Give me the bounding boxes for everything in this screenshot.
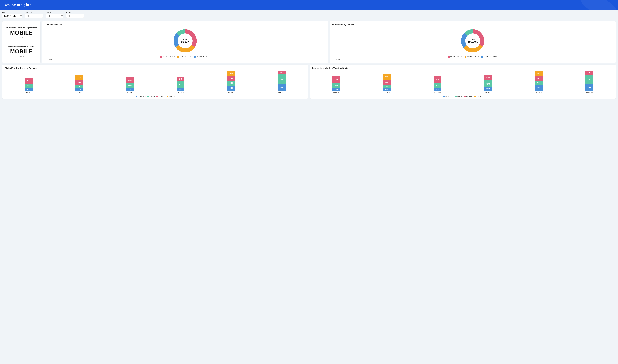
- cl-tablet-dot: [167, 96, 168, 97]
- cl-legend-desktop: DESKTOP: [136, 96, 146, 97]
- cl-device-dot: [147, 96, 149, 97]
- bar-segment-desktop: 1365: [177, 88, 184, 91]
- bar-month-label: Feb 2022: [586, 91, 593, 93]
- bar-segment-mobile: 4666: [585, 71, 593, 75]
- tablet-value: 17318: [186, 56, 191, 58]
- impressions-donut-card: Impression by Devices 31.5% Total 108.20…: [330, 21, 616, 63]
- bar-group: 340951902119Feb 2022: [258, 71, 306, 93]
- im-legend-tablet: TABLET: [474, 96, 482, 97]
- mobile-label: MOBILE: [163, 56, 169, 58]
- pages-filter-select[interactable]: All: [46, 14, 63, 18]
- bar-segment-device: 2633: [227, 81, 235, 86]
- cl-desktop-dot: [136, 96, 137, 97]
- impressions-donut-title: Impression by Devices: [332, 24, 613, 26]
- bar-month-label: Oct 2021: [384, 91, 390, 93]
- legend-mobile: MOBILE 18854: [160, 56, 175, 58]
- bar-month-label: Feb 2022: [278, 91, 285, 93]
- clicks-trend-title: Clicks Monthly Trend by Devices: [5, 67, 306, 69]
- stacked-bar: 279452696114: [332, 77, 340, 91]
- bar-segment-desktop: 2653: [227, 86, 235, 91]
- im-legend-desktop: DESKTOP: [443, 96, 453, 97]
- bar-segment-desktop: 2794: [332, 88, 340, 91]
- im-desktop-dot: [443, 96, 445, 97]
- bar-group: 125225013111Sep 2021: [5, 78, 53, 93]
- desktop-value: 11308: [205, 56, 210, 58]
- imp-tablet-value: 34101: [474, 56, 479, 58]
- bar-segment-mobile: 6810: [434, 76, 441, 83]
- im-tablet-dot: [474, 96, 476, 97]
- cl-legend-device: Device: [147, 96, 155, 97]
- im-legend-device: Device: [455, 96, 462, 97]
- clicks-donut-card: Clicks by Devices 31.5%: [42, 21, 328, 63]
- bar-segment-desktop: 3233: [484, 88, 492, 91]
- bar-group: 5422454646015921Jan 2022: [515, 71, 563, 93]
- legend-tablet: TABLET 17318: [177, 56, 192, 58]
- tablet-label: TABLET: [180, 56, 186, 58]
- siteurl-filter-select[interactable]: All: [25, 14, 43, 18]
- max-impressions-section: Device with Maximum Impressions MOBILE 3…: [5, 25, 38, 41]
- impressions-donut-legend: MOBILE 36143 TABLET 34101 DESKTOP 23839: [448, 56, 498, 58]
- siteurl-filter-group: Site URL: All: [25, 11, 43, 18]
- device-filter-select[interactable]: All: [66, 14, 84, 18]
- bar-month-label: Jan 2022: [535, 91, 542, 93]
- max-impressions-value: 36,143: [5, 37, 38, 39]
- bar-group: 2653263323933206Jan 2022: [207, 71, 255, 93]
- pages-filter-label: Pages:: [46, 11, 63, 13]
- bar-month-label: Oct 2021: [76, 91, 83, 93]
- app-title: Device Insights: [3, 3, 31, 7]
- device-filter-label: Device:: [66, 11, 84, 13]
- impressions-donut-container: 31.5% Total 108.20K MOBILE 36143: [332, 28, 613, 61]
- imp-tablet-label: TABLET: [467, 56, 473, 58]
- imp-desktop-label: DESKTOP: [484, 56, 492, 58]
- imp-legend-mobile: MOBILE 36143: [448, 56, 463, 58]
- impressions-donut-svg-wrap: 31.5% Total 108.20K: [460, 28, 486, 54]
- bar-segment-mobile: 3111: [25, 78, 33, 84]
- date-filter-group: Date: Last 6 Months Last 3 Months Last M…: [2, 11, 22, 18]
- bar-segment-tablet: 5371: [383, 74, 391, 80]
- im-legend-mobile: MOBILE: [464, 96, 472, 97]
- stacked-bar: 682187404666: [585, 71, 593, 91]
- im-mobile-dot: [464, 96, 466, 97]
- bar-month-label: Nov 2021: [434, 91, 441, 93]
- cl-legend-tablet: TABLET: [167, 96, 175, 97]
- max-impressions-device: MOBILE: [5, 30, 38, 36]
- bar-segment-tablet: 2678: [76, 75, 83, 80]
- impressions-trend-card: Impressions Monthly Trend by Devices 279…: [310, 65, 616, 99]
- bar-segment-desktop: 2805: [383, 88, 391, 91]
- cl-mobile-dot: [156, 96, 158, 97]
- date-filter-select[interactable]: Last 6 Months Last 3 Months Last Month L…: [2, 14, 22, 18]
- max-clicks-label: Device with Maximum Clicks: [5, 45, 38, 47]
- clicks-donut-container: 31.5% Total 55.03K MOBILE 18854: [45, 28, 326, 61]
- bar-segment-desktop: 1337: [126, 88, 134, 91]
- imp-mobile-label: MOBILE: [450, 56, 457, 58]
- bar-month-label: Dec 2021: [485, 91, 491, 93]
- bar-group: 1292148928042678Oct 2021: [55, 75, 103, 93]
- stacked-bar: 133724393639: [126, 77, 134, 91]
- clicks-donut-title: Clicks by Devices: [45, 24, 326, 26]
- bar-segment-device: 5269: [332, 83, 340, 88]
- bar-group: 136535272565Dec 2021: [157, 77, 205, 93]
- clicks-trend-card: Clicks Monthly Trend by Devices 12522501…: [2, 65, 308, 99]
- bar-segment-desktop: 1252: [25, 88, 33, 91]
- bar-segment-device: 1489: [76, 85, 83, 88]
- pages-filter-group: Pages: All: [46, 11, 63, 18]
- stacked-bar: 125225013111: [25, 78, 33, 91]
- bar-month-label: Sep 2021: [333, 91, 340, 93]
- app-header: Device Insights: [0, 0, 618, 10]
- max-clicks-device: MOBILE: [5, 48, 38, 55]
- stacked-bar: 136535272565: [177, 77, 184, 91]
- imp-tablet-dot: [465, 56, 466, 58]
- clicks-bar-legend: DESKTOP Device MOBILE TABLET: [5, 96, 306, 97]
- cl-legend-mobile: MOBILE: [156, 96, 165, 97]
- imp-legend-tablet: TABLET 34101: [465, 56, 479, 58]
- max-clicks-section: Device with Maximum Clicks MOBILE 18,854: [5, 43, 38, 59]
- imp-legend-desktop: DESKTOP 23839: [481, 56, 498, 58]
- bar-segment-device: 6949: [484, 80, 492, 87]
- im-device-dot: [455, 96, 457, 97]
- bar-segment-desktop: 2764: [434, 88, 441, 91]
- clicks-donut-legend: MOBILE 18854 TABLET 17318 DESKTOP 11308: [160, 56, 210, 58]
- impressions-total-label: Total: [468, 38, 478, 40]
- stacked-bar: 276448226810: [434, 76, 441, 91]
- filter-bar: Date: Last 6 Months Last 3 Months Last M…: [0, 10, 618, 19]
- top-row: Device with Maximum Impressions MOBILE 3…: [2, 21, 616, 63]
